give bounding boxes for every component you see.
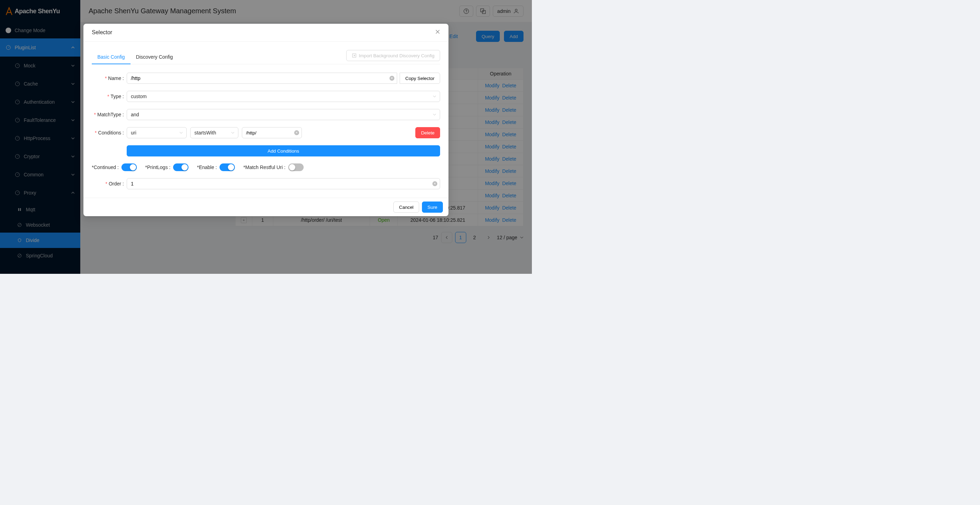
import-label: Import Background Discovery Config — [359, 53, 434, 58]
delete-condition-button[interactable]: Delete — [415, 127, 440, 138]
label-continued: *Continued : — [92, 164, 119, 170]
add-conditions-button[interactable]: Add Conditions — [127, 145, 440, 156]
chevron-down-icon — [433, 112, 436, 117]
label-order: *Order : — [92, 181, 127, 186]
copy-selector-button[interactable]: Copy Selector — [399, 73, 440, 84]
modal-footer: Cancel Sure — [83, 198, 449, 216]
import-icon — [352, 53, 357, 58]
form-row-order: *Order : ✕ — [92, 178, 440, 189]
import-button[interactable]: Import Background Discovery Config — [346, 50, 440, 61]
cond-field-select[interactable]: uri — [127, 127, 187, 138]
form-row-toggles: *Continued : *PrintLogs : *Enable : *Mat… — [92, 163, 440, 171]
label-printlogs: *PrintLogs : — [145, 164, 170, 170]
tabs: Basic Config Discovery Config Import Bac… — [92, 50, 440, 64]
tab-discovery-config[interactable]: Discovery Config — [130, 50, 179, 64]
order-input[interactable] — [127, 178, 440, 189]
label-name: *Name : — [92, 75, 127, 81]
label-conditions: *Conditions : — [92, 130, 127, 135]
cond-op-select[interactable]: startsWith — [190, 127, 239, 138]
chevron-down-icon — [433, 94, 436, 99]
label-matchtype: *MatchType : — [92, 112, 127, 117]
cancel-button[interactable]: Cancel — [393, 202, 419, 213]
printlogs-switch[interactable] — [173, 163, 188, 171]
clear-icon[interactable]: ✕ — [433, 181, 437, 186]
form-row-conditions: *Conditions : uri startsWith ✕ Delete — [92, 127, 440, 138]
enable-switch[interactable] — [220, 163, 235, 171]
type-select[interactable]: custom — [127, 91, 440, 102]
label-enable: *Enable : — [197, 164, 217, 170]
clear-icon[interactable]: ✕ — [294, 130, 299, 135]
modal-header: Selector — [83, 24, 449, 41]
name-input[interactable] — [127, 73, 397, 84]
modal-title: Selector — [92, 29, 435, 36]
sure-button[interactable]: Sure — [422, 202, 443, 213]
cond-value-input[interactable] — [242, 127, 302, 138]
chevron-down-icon — [180, 130, 183, 135]
form-row-name: *Name : ✕ Copy Selector — [92, 73, 440, 84]
selector-modal: Selector Basic Config Discovery Config I… — [83, 24, 449, 216]
close-icon[interactable] — [435, 29, 440, 36]
tab-basic-config[interactable]: Basic Config — [92, 50, 130, 64]
label-restful: *Match Restful Uri : — [243, 164, 285, 170]
form-row-add-conditions: Add Conditions — [92, 145, 440, 156]
continued-switch[interactable] — [121, 163, 137, 171]
clear-icon[interactable]: ✕ — [390, 76, 395, 81]
restful-switch[interactable] — [288, 163, 304, 171]
form-row-type: *Type : custom — [92, 91, 440, 102]
label-type: *Type : — [92, 94, 127, 99]
matchtype-select[interactable]: and — [127, 109, 440, 120]
form-row-matchtype: *MatchType : and — [92, 109, 440, 120]
modal-body: Basic Config Discovery Config Import Bac… — [83, 41, 449, 198]
chevron-down-icon — [231, 130, 234, 135]
